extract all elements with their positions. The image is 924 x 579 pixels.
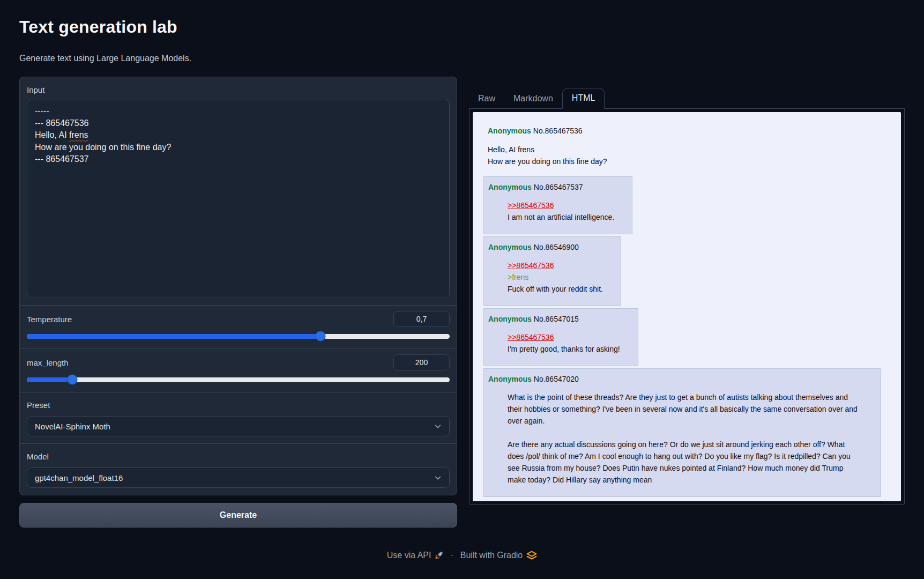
post-number: No.86546900 <box>534 243 579 251</box>
reply-body: >>865467536I'm pretty good, thanks for a… <box>508 331 620 355</box>
quote-link[interactable]: >>865467536 <box>508 333 554 342</box>
thread-view: Anonymous No.865467536 Hello, AI frensHo… <box>473 112 901 501</box>
poster-name: Anonymous <box>488 127 531 135</box>
built-with-gradio-link[interactable]: Built with Gradio <box>460 550 538 561</box>
footer: Use via API · Built with Gradio <box>19 550 905 561</box>
reply-post-head: Anonymous No.86547015 <box>488 313 634 325</box>
form-group: Input -------- 865467536Hello, AI frensH… <box>19 77 457 495</box>
page-title: Text generation lab <box>19 17 905 37</box>
page-subtitle: Generate text using Large Language Model… <box>19 54 905 63</box>
reply-post: Anonymous No.86547020What is the point o… <box>483 368 881 497</box>
rocket-icon <box>435 551 443 560</box>
chevron-down-icon <box>434 474 442 481</box>
greentext-line: >frens <box>508 271 603 283</box>
post-number: No.86547020 <box>534 375 579 383</box>
reply-body: >>865467536>frensFuck off with your redd… <box>508 259 603 295</box>
model-block: Model gpt4chan_model_float16 <box>20 443 457 495</box>
temperature-block: Temperature 0,7 <box>20 305 457 348</box>
reply-post: Anonymous No.865467537>>865467536I am no… <box>483 176 632 234</box>
poster-name: Anonymous <box>488 183 532 191</box>
reply-body: What is the point of these threads? Are … <box>508 391 862 486</box>
temperature-value: 0,7 <box>416 315 427 323</box>
op-post-head: Anonymous No.865467536 <box>488 125 890 137</box>
slider-thumb[interactable] <box>68 375 78 385</box>
op-post-body: Hello, AI frensHow are you doing on this… <box>488 144 890 167</box>
slider-track[interactable] <box>27 377 450 382</box>
reply-post: Anonymous No.86546900>>865467536>frensFu… <box>483 236 621 306</box>
reply-list: Anonymous No.865467537>>865467536I am no… <box>483 176 890 497</box>
tab-raw[interactable]: Raw <box>469 89 504 109</box>
preset-label: Preset <box>27 400 450 410</box>
max-length-block: max_length 200 <box>20 348 457 392</box>
temperature-value-input[interactable]: 0,7 <box>393 311 450 327</box>
preset-selected-value: NovelAI-Sphinx Moth <box>35 422 110 431</box>
generate-button[interactable]: Generate <box>19 503 457 528</box>
app-root: Text generation lab Generate text using … <box>0 0 924 579</box>
chevron-down-icon <box>434 422 442 430</box>
generate-button-label: Generate <box>220 510 257 520</box>
input-block: Input -------- 865467536Hello, AI frensH… <box>20 77 457 305</box>
built-with-gradio-label: Built with Gradio <box>460 551 523 560</box>
temperature-slider[interactable] <box>27 331 450 341</box>
temperature-label: Temperature <box>27 315 72 324</box>
tab-html[interactable]: HTML <box>562 88 605 109</box>
reply-post-head: Anonymous No.865467537 <box>488 181 628 193</box>
max-length-value-input[interactable]: 200 <box>393 354 450 370</box>
poster-name: Anonymous <box>488 375 532 383</box>
preset-select[interactable]: NovelAI-Sphinx Moth <box>27 416 450 436</box>
slider-fill <box>27 334 321 339</box>
poster-name: Anonymous <box>488 315 532 323</box>
preset-block: Preset NovelAI-Sphinx Moth <box>20 392 457 443</box>
quote-link[interactable]: >>865467536 <box>508 201 554 210</box>
post-number: No.865467536 <box>533 127 583 135</box>
html-tab-panel: Anonymous No.865467536 Hello, AI frensHo… <box>469 109 905 505</box>
post-number: No.865467537 <box>534 183 583 191</box>
main-layout: Input -------- 865467536Hello, AI frensH… <box>19 77 905 528</box>
footer-separator: · <box>450 551 453 560</box>
output-column: Raw Markdown HTML Anonymous No.865467536… <box>469 88 905 505</box>
reply-body: >>865467536I am not an artificial intell… <box>508 199 614 223</box>
reply-post: Anonymous No.86547015>>865467536I'm pret… <box>483 308 638 366</box>
post-number: No.86547015 <box>534 315 579 323</box>
use-via-api-link[interactable]: Use via API <box>387 551 444 560</box>
model-select[interactable]: gpt4chan_model_float16 <box>27 467 450 488</box>
max-length-label: max_length <box>27 358 69 367</box>
quote-link[interactable]: >>865467536 <box>508 261 554 270</box>
reply-post-head: Anonymous No.86546900 <box>488 241 616 253</box>
output-tab-nav: Raw Markdown HTML <box>469 88 905 109</box>
model-label: Model <box>27 452 450 461</box>
input-label: Input <box>27 85 450 94</box>
reply-post-head: Anonymous No.86547020 <box>488 373 876 385</box>
tab-markdown[interactable]: Markdown <box>504 89 562 109</box>
input-textarea[interactable]: -------- 865467536Hello, AI frensHow are… <box>27 100 450 298</box>
poster-name: Anonymous <box>488 243 532 251</box>
gradio-logo-icon <box>526 550 537 561</box>
max-length-value: 200 <box>415 358 428 367</box>
max-length-slider[interactable] <box>27 375 450 384</box>
slider-fill <box>27 377 72 382</box>
slider-thumb[interactable] <box>316 331 326 342</box>
use-via-api-label: Use via API <box>387 551 431 560</box>
form-column: Input -------- 865467536Hello, AI frensH… <box>19 77 457 528</box>
model-selected-value: gpt4chan_model_float16 <box>35 473 123 482</box>
